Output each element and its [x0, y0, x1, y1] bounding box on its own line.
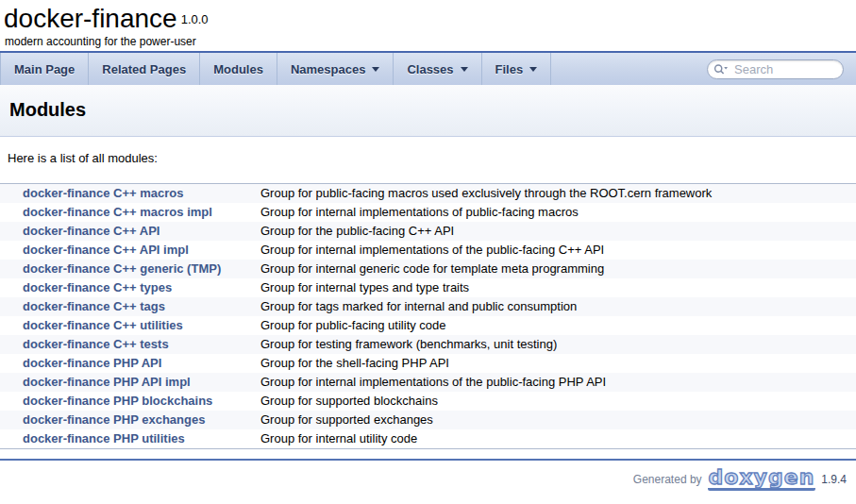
- table-row: docker-finance PHP APIGroup for the shel…: [0, 354, 856, 373]
- module-description: Group for internal generic code for temp…: [255, 260, 856, 278]
- page-contents: Here is a list of all modules: docker-fi…: [0, 151, 856, 449]
- module-link[interactable]: docker-finance C++ macros: [23, 186, 184, 200]
- module-entry-cell: docker-finance C++ API: [0, 222, 255, 241]
- module-description: Group for internal implementations of th…: [255, 373, 856, 392]
- module-entry-cell: docker-finance PHP utilities: [0, 429, 255, 449]
- module-description: Group for internal types and type traits: [255, 278, 856, 297]
- module-link[interactable]: docker-finance PHP blockchains: [23, 394, 212, 408]
- nav-tab-label: Modules: [213, 62, 263, 76]
- table-row: docker-finance C++ typesGroup for intern…: [0, 278, 856, 297]
- page-title: Modules: [8, 85, 856, 136]
- project-name: docker-finance1.0.0: [4, 5, 856, 34]
- search-icon[interactable]: [713, 63, 729, 76]
- generator-version: 1.9.4: [821, 473, 847, 486]
- nav-tab-related-pages[interactable]: Related Pages: [89, 53, 200, 85]
- module-description: Group for the public-facing C++ API: [255, 222, 856, 241]
- module-link[interactable]: docker-finance PHP API impl: [23, 375, 191, 389]
- module-entry-cell: docker-finance C++ macros: [0, 184, 255, 204]
- project-brief: modern accounting for the power-user: [4, 34, 856, 51]
- module-link[interactable]: docker-finance C++ macros impl: [23, 205, 212, 219]
- nav-tab-label: Namespaces: [291, 62, 366, 76]
- module-description: Group for internal implementations of pu…: [255, 203, 856, 222]
- modules-table: docker-finance C++ macrosGroup for publi…: [0, 183, 856, 449]
- nav-tab-label: Classes: [407, 62, 453, 76]
- title-area: docker-finance1.0.0 modern accounting fo…: [0, 0, 856, 51]
- module-entry-cell: docker-finance C++ tests: [0, 335, 255, 354]
- module-description: Group for public-facing macros used excl…: [255, 184, 856, 204]
- module-link[interactable]: docker-finance C++ utilities: [23, 318, 183, 332]
- module-entry-cell: docker-finance PHP exchanges: [0, 411, 255, 429]
- table-row: docker-finance C++ API implGroup for int…: [0, 241, 856, 260]
- module-entry-cell: docker-finance PHP blockchains: [0, 392, 255, 411]
- module-link[interactable]: docker-finance C++ tests: [23, 337, 169, 351]
- table-row: docker-finance C++ tagsGroup for tags ma…: [0, 297, 856, 316]
- module-entry-cell: docker-finance PHP API: [0, 354, 255, 373]
- doxygen-logo[interactable]: doxygen: [708, 468, 816, 491]
- table-row: docker-finance PHP API implGroup for int…: [0, 373, 856, 392]
- project-name-text: docker-finance: [4, 4, 177, 33]
- module-link[interactable]: docker-finance C++ generic (TMP): [23, 261, 221, 276]
- search-dropdown-arrow: [724, 67, 728, 69]
- module-description: Group for supported blockchains: [255, 392, 856, 411]
- table-row: docker-finance C++ generic (TMP)Group fo…: [0, 260, 856, 278]
- table-row: docker-finance PHP blockchainsGroup for …: [0, 392, 856, 411]
- chevron-down-icon: [529, 67, 537, 72]
- table-row: docker-finance C++ testsGroup for testin…: [0, 335, 856, 354]
- search-input[interactable]: [732, 61, 835, 77]
- module-description: Group for internal implementations of th…: [255, 241, 856, 260]
- generated-by-text: Generated by: [633, 473, 702, 486]
- table-row: docker-finance C++ utilitiesGroup for pu…: [0, 316, 856, 335]
- table-row: docker-finance PHP utilitiesGroup for in…: [0, 429, 856, 449]
- nav-tab-label: Files: [495, 62, 524, 76]
- module-entry-cell: docker-finance C++ generic (TMP): [0, 260, 255, 278]
- module-description: Group for internal utility code: [255, 429, 856, 449]
- module-link[interactable]: docker-finance C++ API: [23, 224, 159, 238]
- module-entry-cell: docker-finance PHP API impl: [0, 373, 255, 392]
- nav-tab-list: Main PageRelated PagesModulesNamespacesC…: [0, 53, 551, 85]
- module-link[interactable]: docker-finance C++ types: [23, 280, 172, 294]
- module-description: Group for supported exchanges: [255, 411, 856, 429]
- module-description: Group for tags marked for internal and p…: [255, 297, 856, 316]
- chevron-down-icon: [372, 67, 379, 72]
- module-description: Group for public-facing utility code: [255, 316, 856, 335]
- module-link[interactable]: docker-finance PHP exchanges: [23, 412, 205, 427]
- nav-tab-label: Related Pages: [102, 62, 186, 76]
- search-box[interactable]: [707, 59, 844, 79]
- module-description: Group for testing framework (benchmarks,…: [255, 335, 856, 354]
- nav-tab-modules[interactable]: Modules: [200, 53, 277, 85]
- nav-tab-files[interactable]: Files: [482, 53, 552, 85]
- module-entry-cell: docker-finance C++ macros impl: [0, 203, 255, 222]
- table-row: docker-finance C++ macros implGroup for …: [0, 203, 856, 222]
- module-link[interactable]: docker-finance PHP API: [23, 356, 161, 370]
- module-link[interactable]: docker-finance C++ tags: [23, 299, 165, 313]
- page-header: Modules: [0, 85, 856, 137]
- nav-tab-namespaces[interactable]: Namespaces: [277, 53, 394, 85]
- modules-table-body: docker-finance C++ macrosGroup for publi…: [0, 184, 856, 449]
- modules-intro-text: Here is a list of all modules:: [8, 151, 856, 165]
- nav-tab-main-page[interactable]: Main Page: [0, 53, 89, 85]
- project-version: 1.0.0: [181, 12, 209, 26]
- nav-tab-classes[interactable]: Classes: [394, 53, 481, 85]
- module-entry-cell: docker-finance C++ utilities: [0, 316, 255, 335]
- chevron-down-icon: [461, 67, 468, 72]
- module-description: Group for the shell-facing PHP API: [255, 354, 856, 373]
- nav-tab-bar: Main PageRelated PagesModulesNamespacesC…: [0, 51, 856, 85]
- table-row: docker-finance PHP exchangesGroup for su…: [0, 411, 856, 429]
- module-link[interactable]: docker-finance PHP utilities: [23, 431, 185, 445]
- module-entry-cell: docker-finance C++ API impl: [0, 241, 255, 260]
- nav-tab-label: Main Page: [14, 62, 75, 76]
- table-row: docker-finance C++ APIGroup for the publ…: [0, 222, 856, 241]
- module-entry-cell: docker-finance C++ types: [0, 278, 255, 297]
- table-row: docker-finance C++ macrosGroup for publi…: [0, 184, 856, 204]
- footer: Generated by doxygen 1.9.4: [0, 461, 856, 491]
- module-link[interactable]: docker-finance C++ API impl: [23, 243, 189, 257]
- module-entry-cell: docker-finance C++ tags: [0, 297, 255, 316]
